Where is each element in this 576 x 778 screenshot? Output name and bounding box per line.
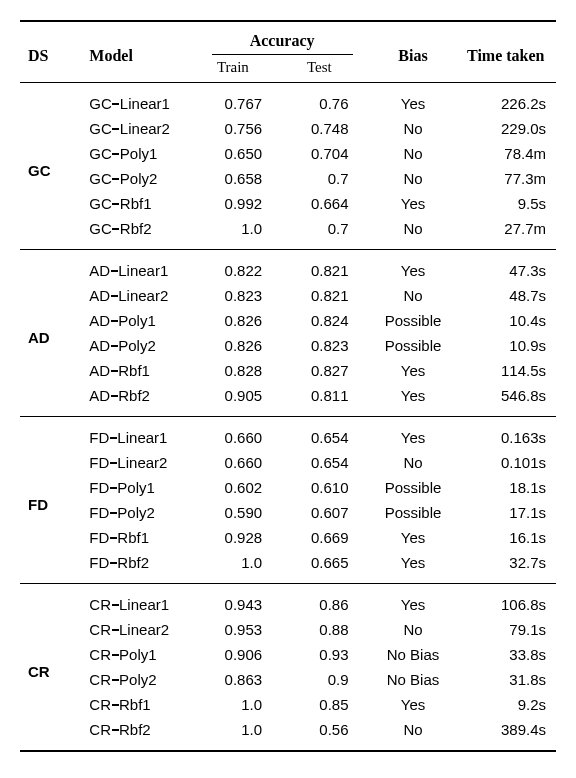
bias-cell: Possible [369, 475, 458, 500]
table-row: GCLinear20.7560.748No229.0s [20, 116, 556, 141]
model-suffix: Poly2 [120, 170, 158, 187]
table-row: CRRbf21.00.56No389.4s [20, 717, 556, 751]
model-prefix: CR [89, 696, 111, 713]
model-prefix: AD [89, 287, 110, 304]
table-row: GCGCLinear10.7670.76Yes226.2s [20, 83, 556, 117]
test-cell: 0.704 [282, 141, 368, 166]
underscore-separator-icon [112, 729, 119, 731]
table-row: FDPoly10.6020.610Possible18.1s [20, 475, 556, 500]
table-row: FDRbf10.9280.669Yes16.1s [20, 525, 556, 550]
model-suffix: Linear2 [120, 120, 170, 137]
train-cell: 0.928 [196, 525, 282, 550]
train-cell: 0.863 [196, 667, 282, 692]
model-prefix: GC [89, 145, 112, 162]
model-cell: FDRbf1 [81, 525, 195, 550]
train-cell: 0.943 [196, 584, 282, 618]
model-prefix: CR [89, 646, 111, 663]
underscore-separator-icon [111, 320, 118, 322]
model-cell: GCRbf1 [81, 191, 195, 216]
train-cell: 0.756 [196, 116, 282, 141]
table-row: GCPoly10.6500.704No78.4m [20, 141, 556, 166]
header-time: Time taken [458, 21, 556, 83]
table-row: FDLinear20.6600.654No0.101s [20, 450, 556, 475]
train-cell: 0.953 [196, 617, 282, 642]
model-cell: GCPoly2 [81, 166, 195, 191]
model-suffix: Poly1 [119, 646, 157, 663]
model-prefix: FD [89, 479, 109, 496]
model-suffix: Rbf1 [120, 195, 152, 212]
model-cell: FDLinear1 [81, 417, 195, 451]
model-cell: CRRbf1 [81, 692, 195, 717]
time-cell: 48.7s [458, 283, 556, 308]
time-cell: 77.3m [458, 166, 556, 191]
model-cell: CRLinear2 [81, 617, 195, 642]
table-row: ADPoly10.8260.824Possible10.4s [20, 308, 556, 333]
time-cell: 33.8s [458, 642, 556, 667]
table-row: FDPoly20.5900.607Possible17.1s [20, 500, 556, 525]
header-train: Train [196, 57, 282, 83]
bias-cell: No Bias [369, 642, 458, 667]
model-suffix: Rbf1 [117, 529, 149, 546]
table-row: CRLinear20.9530.88No79.1s [20, 617, 556, 642]
header-test: Test [282, 57, 368, 83]
bias-cell: No [369, 283, 458, 308]
bias-cell: No [369, 717, 458, 751]
table-row: CRRbf11.00.85Yes9.2s [20, 692, 556, 717]
model-prefix: CR [89, 596, 111, 613]
model-prefix: AD [89, 262, 110, 279]
underscore-separator-icon [111, 345, 118, 347]
time-cell: 79.1s [458, 617, 556, 642]
test-cell: 0.9 [282, 667, 368, 692]
ds-cell: CR [20, 584, 81, 752]
underscore-separator-icon [111, 370, 118, 372]
bias-cell: No [369, 216, 458, 250]
test-cell: 0.88 [282, 617, 368, 642]
bias-cell: Yes [369, 358, 458, 383]
test-cell: 0.86 [282, 584, 368, 618]
model-suffix: Rbf2 [119, 721, 151, 738]
model-prefix: CR [89, 671, 111, 688]
test-cell: 0.607 [282, 500, 368, 525]
train-cell: 0.828 [196, 358, 282, 383]
underscore-separator-icon [111, 295, 118, 297]
test-cell: 0.669 [282, 525, 368, 550]
time-cell: 546.8s [458, 383, 556, 417]
ds-cell: FD [20, 417, 81, 584]
time-cell: 106.8s [458, 584, 556, 618]
model-prefix: AD [89, 387, 110, 404]
table-row: GCRbf21.00.7No27.7m [20, 216, 556, 250]
table-row: ADRbf10.8280.827Yes114.5s [20, 358, 556, 383]
underscore-separator-icon [110, 437, 117, 439]
model-cell: FDRbf2 [81, 550, 195, 584]
test-cell: 0.827 [282, 358, 368, 383]
model-cell: GCRbf2 [81, 216, 195, 250]
model-cell: GCLinear2 [81, 116, 195, 141]
train-cell: 0.660 [196, 450, 282, 475]
train-cell: 0.602 [196, 475, 282, 500]
model-cell: CRLinear1 [81, 584, 195, 618]
train-cell: 1.0 [196, 550, 282, 584]
model-cell: CRRbf2 [81, 717, 195, 751]
model-suffix: Linear2 [117, 454, 167, 471]
table-row: GCRbf10.9920.664Yes9.5s [20, 191, 556, 216]
underscore-separator-icon [110, 512, 117, 514]
model-cell: CRPoly2 [81, 667, 195, 692]
model-suffix: Linear1 [118, 262, 168, 279]
header-accuracy-label: Accuracy [250, 32, 315, 49]
model-suffix: Rbf2 [117, 554, 149, 571]
model-suffix: Rbf2 [118, 387, 150, 404]
model-suffix: Rbf1 [119, 696, 151, 713]
bias-cell: No [369, 617, 458, 642]
test-cell: 0.7 [282, 166, 368, 191]
time-cell: 389.4s [458, 717, 556, 751]
model-prefix: GC [89, 220, 112, 237]
model-suffix: Poly1 [120, 145, 158, 162]
header-accuracy: Accuracy [196, 21, 369, 57]
time-cell: 10.9s [458, 333, 556, 358]
model-prefix: GC [89, 95, 112, 112]
model-prefix: FD [89, 429, 109, 446]
model-cell: ADPoly2 [81, 333, 195, 358]
test-cell: 0.56 [282, 717, 368, 751]
train-cell: 0.826 [196, 333, 282, 358]
model-cell: FDLinear2 [81, 450, 195, 475]
